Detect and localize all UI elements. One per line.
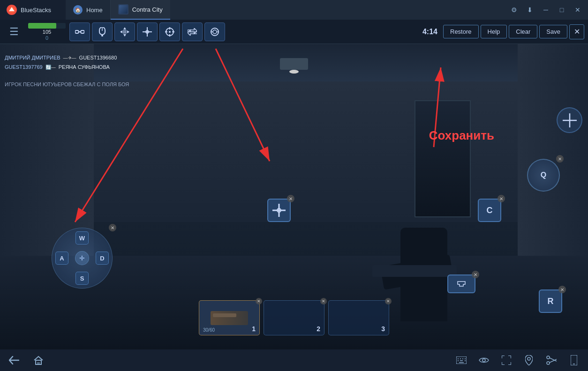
svg-point-16 (169, 31, 171, 33)
mouse-icon (98, 27, 106, 37)
r-key-control[interactable]: ✕ R (539, 289, 562, 313)
game-tab[interactable]: Contra City (111, 0, 170, 20)
q-key-button[interactable]: Q (527, 159, 560, 192)
game-chat: ДМИТРИЙ ДМИТРИЕВ —✈— GUEST1396680 GUEST1… (5, 53, 117, 72)
gamepad-icon (210, 28, 220, 36)
mouse-mode-button[interactable] (92, 22, 113, 41)
close-window-icon[interactable]: ✕ (571, 3, 584, 16)
minimize-icon[interactable]: ─ (539, 3, 552, 16)
svg-point-50 (547, 356, 550, 359)
space-key-button[interactable] (447, 275, 475, 293)
swap-icon (188, 28, 197, 36)
home-bottom-icon (34, 356, 43, 365)
r-key-button[interactable]: R (539, 289, 562, 313)
health-container: 105 0 (28, 23, 66, 41)
toolbar-close-button[interactable]: ✕ (569, 24, 584, 39)
weapon-slot-2[interactable]: ✕ 2 (264, 300, 324, 335)
location-button[interactable] (520, 352, 537, 369)
c-key-control[interactable]: ✕ C (478, 199, 501, 222)
center-crosshair-control[interactable]: ✕ (267, 199, 291, 222)
svg-rect-11 (123, 30, 127, 34)
wasd-pad: ✕ W A S D ✛ (52, 228, 113, 289)
health-fill (28, 23, 56, 29)
restore-button[interactable]: Restore (443, 25, 479, 38)
svg-marker-7 (123, 27, 126, 30)
chat-line-1: ДМИТРИЙ ДМИТРИЕВ —✈— GUEST1396680 (5, 53, 117, 63)
key-s-button[interactable]: S (75, 272, 89, 285)
svg-point-51 (547, 362, 550, 364)
weapon-2-num: 2 (317, 325, 320, 333)
weapon-2-close[interactable]: ✕ (320, 298, 327, 304)
weapon-1-ammo: 30/60 (203, 327, 215, 333)
q-key-control[interactable]: ✕ Q (527, 159, 560, 192)
home-tab-label: Home (86, 7, 103, 14)
weapon-1-image (211, 311, 248, 325)
key-w-button[interactable]: W (75, 231, 89, 245)
game-tab-icon (118, 4, 128, 15)
weapon-3-num: 3 (381, 325, 385, 333)
eye-icon (479, 356, 489, 364)
weapon-3-close[interactable]: ✕ (385, 298, 392, 304)
keyboard-icon (456, 356, 467, 364)
svg-rect-1 (75, 30, 79, 33)
svg-point-49 (528, 357, 530, 360)
svg-marker-10 (127, 30, 129, 33)
weapon-1-close[interactable]: ✕ (256, 298, 262, 304)
crosshair-close-button[interactable]: ✕ (287, 195, 294, 202)
svg-marker-9 (120, 30, 122, 33)
back-button[interactable] (6, 352, 23, 369)
chat-name-2: GUEST1397769 (5, 63, 43, 72)
chat-line-2: GUEST1397769 🔄— РЕЯНА СУФЬЯНОВА (5, 63, 117, 72)
scissors-button[interactable] (543, 352, 560, 369)
weapon-slot-3[interactable]: ✕ 3 (328, 300, 389, 335)
menu-button[interactable]: ☰ (4, 22, 24, 41)
phone-button[interactable] (565, 352, 582, 369)
menu-icon: ☰ (9, 26, 19, 38)
cross-button[interactable] (137, 22, 158, 41)
link-mode-button[interactable] (69, 22, 90, 41)
key-d-button[interactable]: D (96, 252, 109, 265)
space-close-button[interactable]: ✕ (472, 271, 479, 278)
swap-button[interactable] (182, 22, 203, 41)
eye-button[interactable] (475, 352, 492, 369)
space-key-control[interactable]: ✕ (447, 275, 475, 293)
back-icon (9, 356, 19, 364)
bluestacks-tab[interactable]: BlueStacks (0, 0, 66, 20)
download-icon[interactable]: ⬇ (523, 3, 536, 16)
chat-event: ИГРОК ПЕСНИ ЮТУЬЕРОВ СБЕЖАЛ С ПОЛЯ БОЯ (5, 82, 129, 87)
dpad-button[interactable] (114, 22, 135, 41)
right-move-button[interactable] (557, 107, 582, 133)
svg-marker-8 (123, 34, 126, 37)
weapon-slot-1[interactable]: ✕ 30/60 1 (199, 300, 260, 335)
crosshair-button[interactable] (267, 199, 291, 222)
game-lamp (280, 58, 308, 70)
save-button[interactable]: Save (539, 25, 567, 38)
home-bottom-button[interactable] (30, 352, 47, 369)
clear-button[interactable]: Clear (509, 25, 537, 38)
c-key-close-button[interactable]: ✕ (498, 195, 505, 202)
keyboard-bottom-button[interactable] (453, 352, 470, 369)
mana-value: 0 (28, 35, 66, 41)
bluestacks-logo (7, 5, 17, 15)
c-key-button[interactable]: C (478, 199, 501, 222)
gamepad-button[interactable] (204, 22, 225, 41)
home-tab[interactable]: 🏠 Home (66, 0, 111, 20)
fullscreen-button[interactable] (498, 352, 515, 369)
right-move-control[interactable] (557, 107, 582, 133)
location-icon (525, 355, 533, 365)
r-key-close-button[interactable]: ✕ (558, 286, 566, 293)
svg-marker-0 (9, 7, 15, 11)
chain-link-icon (75, 28, 84, 36)
help-button[interactable]: Help (481, 25, 507, 38)
maximize-icon[interactable]: □ (555, 3, 568, 16)
scissors-icon (546, 356, 557, 365)
svg-rect-2 (81, 30, 84, 33)
health-value: 105 (28, 29, 66, 35)
wasd-center: ✛ (75, 251, 89, 265)
bluestacks-label: BlueStacks (21, 7, 51, 14)
settings-icon[interactable]: ⚙ (507, 3, 520, 16)
key-a-button[interactable]: A (55, 252, 68, 265)
chat-value-1: GUEST1396680 (79, 53, 117, 63)
wasd-close-button[interactable]: ✕ (109, 224, 116, 231)
aim-button[interactable] (159, 22, 180, 41)
